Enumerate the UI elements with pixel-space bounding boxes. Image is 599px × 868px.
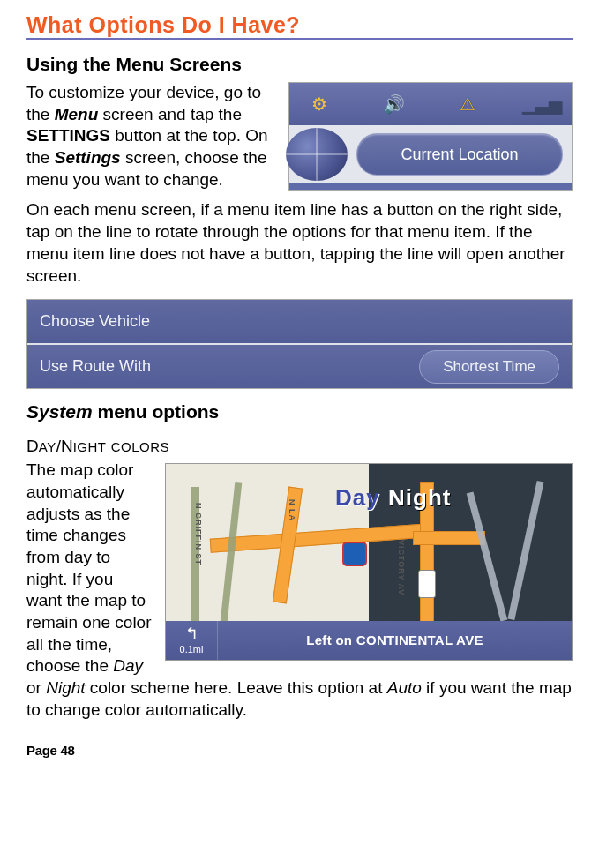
page-number: Page 48 xyxy=(26,743,573,758)
street-label: VICTORY AV xyxy=(395,540,406,595)
paragraph-intro: To customize your device, go to the Menu… xyxy=(26,82,278,191)
nav-distance: 0.1mi xyxy=(180,643,204,655)
street-label: N LA xyxy=(286,499,296,521)
warning-icon: ⚠ xyxy=(457,94,478,115)
nav-instruction-bar: ↰ 0.1mi Left on CONTINENTAL AVE xyxy=(166,621,572,660)
paragraph-menu-behavior: On each menu screen, if a menu item line… xyxy=(26,199,573,287)
turn-left-icon: ↰ xyxy=(185,625,198,641)
nav-instruction-text: Left on CONTINENTAL AVE xyxy=(218,632,572,649)
settings-row-label: Choose Vehicle xyxy=(40,312,150,331)
section-heading-using-menu: Using the Menu Screens xyxy=(26,54,573,75)
subheading-day-night-colors: DAY/NIGHT COLORS xyxy=(26,437,573,456)
settings-row-label: Use Route With xyxy=(40,357,151,376)
page-title: What Options Do I Have? xyxy=(26,12,573,38)
gear-icon: ⚙ xyxy=(309,94,330,115)
globe-icon xyxy=(286,128,348,181)
night-label: Night xyxy=(388,483,451,513)
current-location-button[interactable]: Current Location xyxy=(356,133,563,176)
map-screenshot: N GRIFFIN ST N LA VICTORY AV Day Night ↰… xyxy=(165,463,573,661)
settings-rows-screenshot: Choose Vehicle Use Route With Shortest T… xyxy=(26,299,573,389)
settings-toolbar-screenshot: ⚙ 🔊 ⚠ ▁▃▅ Current Location xyxy=(288,82,573,191)
section-heading-system-menu: System menu options xyxy=(26,401,573,423)
settings-row-choose-vehicle[interactable]: Choose Vehicle xyxy=(27,300,572,345)
settings-row-use-route[interactable]: Use Route With Shortest Time xyxy=(27,345,572,388)
bars-icon: ▁▃▅ xyxy=(531,94,552,115)
street-label: N GRIFFIN ST xyxy=(192,503,203,565)
shortest-time-button[interactable]: Shortest Time xyxy=(419,350,559,384)
vehicle-icon xyxy=(418,570,436,598)
day-label: Day xyxy=(335,483,380,513)
paragraph-day-night: N GRIFFIN ST N LA VICTORY AV Day Night ↰… xyxy=(26,460,573,721)
sound-icon: 🔊 xyxy=(383,94,404,115)
interstate-shield-icon xyxy=(342,542,367,566)
